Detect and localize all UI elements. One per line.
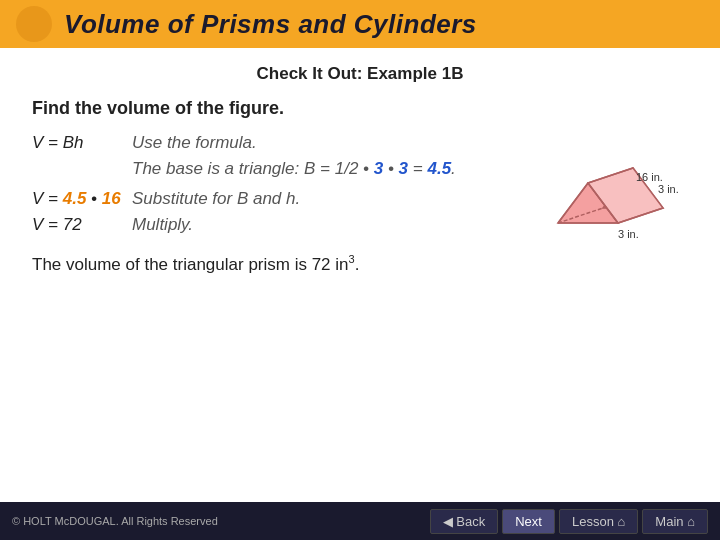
footer: © HOLT McDOUGAL. All Rights Reserved ◀ B… (0, 502, 720, 540)
svg-text:3 in.: 3 in. (658, 183, 679, 195)
svg-text:3 in.: 3 in. (618, 228, 639, 240)
step4-label: V = 72 (32, 215, 132, 235)
diagram-area: 3 in. 16 in. 3 in. (528, 133, 688, 243)
step1-label: V = Bh (32, 133, 132, 153)
step1-desc: Use the formula. (132, 133, 257, 153)
copyright-text: © HOLT McDOUGAL. All Rights Reserved (12, 515, 218, 527)
conclusion: The volume of the triangular prism is 72… (32, 253, 688, 275)
step3-row: V = 4.5 • 16 Substitute for B and h. (32, 189, 512, 209)
steps-area: V = Bh Use the formula. The base is a tr… (32, 133, 512, 245)
prism-diagram: 3 in. 16 in. 3 in. (528, 133, 688, 243)
step3-desc: Substitute for B and h. (132, 189, 300, 209)
content-area: V = Bh Use the formula. The base is a tr… (32, 133, 688, 245)
step3-label: V = 4.5 • 16 (32, 189, 132, 209)
lesson-button[interactable]: Lesson ⌂ (559, 509, 638, 534)
svg-text:16 in.: 16 in. (636, 171, 663, 183)
step4-desc: Multiply. (132, 215, 193, 235)
subtitle: Check It Out: Example 1B (32, 64, 688, 84)
find-text: Find the volume of the figure. (32, 98, 688, 119)
next-button[interactable]: Next (502, 509, 555, 534)
header-icon (16, 6, 52, 42)
page-title: Volume of Prisms and Cylinders (64, 9, 477, 40)
step4-row: V = 72 Multiply. (32, 215, 512, 235)
footer-buttons: ◀ BackNextLesson ⌂Main ⌂ (430, 509, 708, 534)
page-header: Volume of Prisms and Cylinders (0, 0, 720, 48)
main-content: Check It Out: Example 1B Find the volume… (0, 48, 720, 301)
main-button[interactable]: Main ⌂ (642, 509, 708, 534)
back-button[interactable]: ◀ Back (430, 509, 499, 534)
step2-desc: The base is a triangle: B = 1/2 • 3 • 3 … (132, 159, 512, 179)
step1-row: V = Bh Use the formula. (32, 133, 512, 153)
